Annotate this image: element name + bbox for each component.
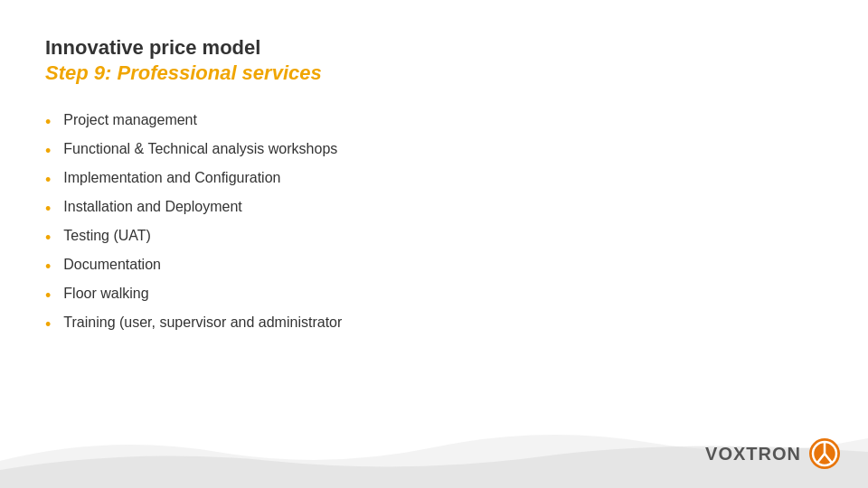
list-item: • Functional & Technical analysis worksh… — [45, 141, 823, 161]
bullet-text: Testing (UAT) — [63, 228, 151, 244]
list-item: • Testing (UAT) — [45, 228, 823, 248]
bullet-text: Floor walking — [63, 286, 148, 302]
bullet-text: Functional & Technical analysis workshop… — [63, 141, 337, 157]
bullet-dot: • — [45, 171, 51, 190]
bullet-text: Documentation — [63, 257, 161, 273]
logo-text: VOXTRON — [705, 444, 801, 465]
list-item: • Floor walking — [45, 286, 823, 305]
list-item: • Documentation — [45, 257, 823, 277]
slide-title-sub: Step 9: Professional services — [45, 61, 823, 85]
bullet-dot: • — [45, 113, 51, 132]
list-item: • Project management — [45, 112, 823, 132]
list-item: • Implementation and Configuration — [45, 170, 823, 190]
bullet-dot: • — [45, 142, 51, 161]
bullet-dot: • — [45, 200, 51, 219]
bullet-text: Installation and Deployment — [63, 199, 241, 215]
list-item: • Training (user, supervisor and adminis… — [45, 314, 823, 334]
bullet-text: Implementation and Configuration — [63, 170, 280, 186]
bullet-dot: • — [45, 286, 51, 305]
bullet-text: Training (user, supervisor and administr… — [63, 314, 342, 331]
bullet-text: Project management — [63, 112, 197, 128]
voxtron-logo-icon — [808, 437, 841, 470]
bullet-list: • Project management • Functional & Tech… — [45, 112, 823, 334]
content-area: Innovative price model Step 9: Professio… — [0, 0, 868, 361]
slide: Innovative price model Step 9: Professio… — [0, 0, 868, 488]
slide-title-main: Innovative price model — [45, 36, 823, 60]
bullet-dot: • — [45, 229, 51, 248]
bullet-dot: • — [45, 258, 51, 277]
bullet-dot: • — [45, 315, 51, 334]
list-item: • Installation and Deployment — [45, 199, 823, 219]
logo-area: VOXTRON — [705, 437, 841, 470]
